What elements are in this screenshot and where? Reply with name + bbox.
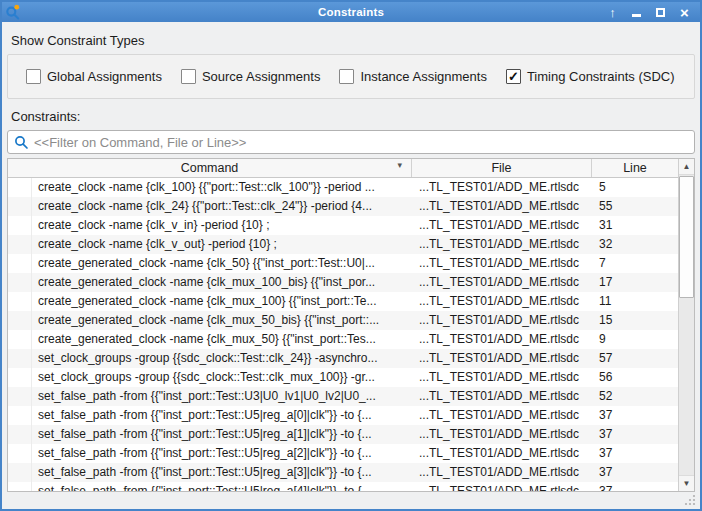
table-row[interactable]: create_clock -name {clk_100} {{"port::Te… <box>8 178 678 197</box>
cell-file: ...TL_TEST01/ADD_ME.rtlsdc <box>412 178 592 197</box>
cell-line: 37 <box>592 425 678 444</box>
table-row[interactable]: set_clock_groups -group {{sdc_clock::Tes… <box>8 349 678 368</box>
table-row[interactable]: set_false_path -from {{"inst_port::Test:… <box>8 387 678 406</box>
scrollbar-thumb[interactable] <box>679 176 694 298</box>
cell-file: ...TL_TEST01/ADD_ME.rtlsdc <box>412 444 592 463</box>
maximize-button[interactable] <box>654 6 667 19</box>
table-row[interactable]: create_generated_clock -name {clk_mux_10… <box>8 292 678 311</box>
table-row[interactable]: set_clock_groups -group {{sdc_clock::Tes… <box>8 368 678 387</box>
constraints-label: Constraints: <box>11 109 80 124</box>
maximize-icon <box>656 8 665 17</box>
constraint-types-group: Global Assignments Source Assignments In… <box>7 54 695 99</box>
cell-file: ...TL_TEST01/ADD_ME.rtlsdc <box>412 330 592 349</box>
table-row[interactable]: create_generated_clock -name {clk_50} {{… <box>8 254 678 273</box>
table-row[interactable]: create_clock -name {clk_v_out} -period {… <box>8 235 678 254</box>
cell-command: set_clock_groups -group {{sdc_clock::Tes… <box>8 349 412 368</box>
cell-file: ...TL_TEST01/ADD_ME.rtlsdc <box>412 463 592 482</box>
cell-command: set_false_path -from {{"inst_port::Test:… <box>8 406 412 425</box>
cell-file: ...TL_TEST01/ADD_ME.rtlsdc <box>412 425 592 444</box>
shade-button[interactable]: ↑ <box>606 6 619 19</box>
table-row[interactable]: create_clock -name {clk_24} {{"port::Tes… <box>8 197 678 216</box>
cell-file: ...TL_TEST01/ADD_ME.rtlsdc <box>412 254 592 273</box>
table-row[interactable]: create_generated_clock -name {clk_mux_50… <box>8 311 678 330</box>
cell-command: set_false_path -from {{"inst_port::Test:… <box>8 463 412 482</box>
cell-command: set_false_path -from {{"inst_port::Test:… <box>8 444 412 463</box>
sort-desc-icon: ▾ <box>397 160 402 170</box>
cell-command: set_false_path -from {{"inst_port::Test:… <box>8 425 412 444</box>
cell-command: create_clock -name {clk_24} {{"port::Tes… <box>8 197 412 216</box>
close-button[interactable]: × <box>678 6 691 19</box>
column-header-file[interactable]: File <box>412 159 592 177</box>
cell-command: create_clock -name {clk_v_out} -period {… <box>8 235 412 254</box>
table-body: create_clock -name {clk_100} {{"port::Te… <box>8 178 678 491</box>
minimize-button[interactable] <box>630 6 643 19</box>
checkbox-label: Global Assignments <box>47 69 162 84</box>
checkbox-label: Instance Assignments <box>360 69 486 84</box>
minimize-icon <box>632 14 641 17</box>
cell-file: ...TL_TEST01/ADD_ME.rtlsdc <box>412 482 592 491</box>
checkbox-box[interactable] <box>339 69 354 84</box>
cell-line: 37 <box>592 406 678 425</box>
scroll-down-icon: ▼ <box>683 479 691 488</box>
checkbox-box[interactable] <box>181 69 196 84</box>
cell-command: create_generated_clock -name {clk_50} {{… <box>8 254 412 273</box>
cell-command: set_false_path -from {{"inst_port::Test:… <box>8 482 412 491</box>
shade-icon: ↑ <box>609 6 616 19</box>
cell-command: create_generated_clock -name {clk_mux_10… <box>8 292 412 311</box>
cell-command: create_generated_clock -name {clk_mux_50… <box>8 330 412 349</box>
checkbox-box[interactable] <box>26 69 41 84</box>
column-header-line[interactable]: Line <box>592 159 678 177</box>
show-constraint-types-label: Show Constraint Types <box>11 33 144 48</box>
check-icon: ✓ <box>508 70 519 83</box>
filter-box[interactable] <box>7 130 695 154</box>
constraints-table: Command ▾ File Line create_clock -name {… <box>7 158 695 492</box>
table-row[interactable]: create_clock -name {clk_v_in} -period {1… <box>8 216 678 235</box>
table-header: Command ▾ File Line <box>8 159 694 178</box>
cell-line: 55 <box>592 197 678 216</box>
checkbox-instance-assignments[interactable]: Instance Assignments <box>339 69 486 84</box>
cell-line: 15 <box>592 311 678 330</box>
table-row[interactable]: create_generated_clock -name {clk_mux_10… <box>8 273 678 292</box>
cell-command: create_generated_clock -name {clk_mux_10… <box>8 273 412 292</box>
cell-command: create_clock -name {clk_100} {{"port::Te… <box>8 178 412 197</box>
table-row[interactable]: create_generated_clock -name {clk_mux_50… <box>8 330 678 349</box>
table-row[interactable]: set_false_path -from {{"inst_port::Test:… <box>8 444 678 463</box>
filter-input[interactable] <box>34 135 688 150</box>
table-row[interactable]: set_false_path -from {{"inst_port::Test:… <box>8 425 678 444</box>
cell-line: 57 <box>592 349 678 368</box>
resize-grip[interactable] <box>684 494 696 506</box>
cell-file: ...TL_TEST01/ADD_ME.rtlsdc <box>412 235 592 254</box>
window-title: Constraints <box>2 6 700 18</box>
cell-line: 56 <box>592 368 678 387</box>
checkbox-global-assignments[interactable]: Global Assignments <box>26 69 162 84</box>
cell-line: 7 <box>592 254 678 273</box>
cell-line: 31 <box>592 216 678 235</box>
table-row[interactable]: set_false_path -from {{"inst_port::Test:… <box>8 406 678 425</box>
cell-file: ...TL_TEST01/ADD_ME.rtlsdc <box>412 387 592 406</box>
cell-command: set_false_path -from {{"inst_port::Test:… <box>8 387 412 406</box>
cell-line: 52 <box>592 387 678 406</box>
checkbox-box[interactable]: ✓ <box>506 69 521 84</box>
vertical-scrollbar[interactable]: ▲ ▼ <box>678 159 694 491</box>
close-icon: × <box>680 5 689 20</box>
scroll-up-button[interactable]: ▲ <box>679 159 694 175</box>
checkbox-source-assignments[interactable]: Source Assignments <box>181 69 321 84</box>
checkbox-timing-constraints[interactable]: ✓ Timing Constraints (SDC) <box>506 69 675 84</box>
cell-line: 37 <box>592 444 678 463</box>
scroll-down-button[interactable]: ▼ <box>679 475 694 491</box>
scroll-up-icon: ▲ <box>683 162 691 171</box>
cell-line: 32 <box>592 235 678 254</box>
table-row[interactable]: set_false_path -from {{"inst_port::Test:… <box>8 463 678 482</box>
checkbox-label: Source Assignments <box>202 69 321 84</box>
cell-file: ...TL_TEST01/ADD_ME.rtlsdc <box>412 368 592 387</box>
cell-file: ...TL_TEST01/ADD_ME.rtlsdc <box>412 197 592 216</box>
cell-line: 37 <box>592 463 678 482</box>
cell-line: 37 <box>592 482 678 491</box>
column-header-command[interactable]: Command ▾ <box>8 159 412 177</box>
table-row[interactable]: set_false_path -from {{"inst_port::Test:… <box>8 482 678 491</box>
search-icon <box>14 135 29 150</box>
titlebar[interactable]: Constraints ↑ × <box>2 2 700 22</box>
cell-file: ...TL_TEST01/ADD_ME.rtlsdc <box>412 406 592 425</box>
app-magnifier-icon <box>5 4 21 20</box>
constraints-dialog: Constraints ↑ × Show Constraint Types Gl… <box>0 0 702 511</box>
